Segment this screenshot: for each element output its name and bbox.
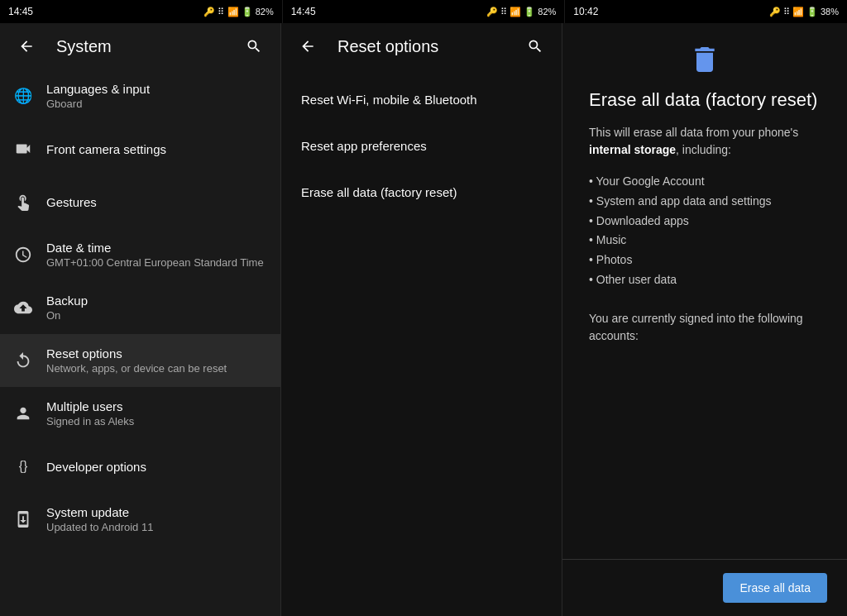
languages-label: Languages & input [46, 82, 267, 96]
settings-item-reset[interactable]: Reset options Network, apps, or device c… [0, 334, 280, 387]
middle-back-button[interactable] [291, 30, 324, 63]
developer-icon: {} [13, 456, 33, 476]
reset-label: Reset options [46, 346, 267, 361]
erase-title: Erase all data (factory reset) [589, 89, 821, 111]
gestures-icon [13, 192, 33, 212]
erase-all-data-button[interactable]: Erase all data [723, 573, 827, 603]
camera-label: Front camera settings [46, 142, 267, 156]
icons-3: 🔑 ⠿ 📶 🔋 38% [769, 7, 839, 17]
erase-desc-part1: This will erase all data from your phone… [589, 126, 798, 139]
list-item-apps: • Downloaded apps [589, 212, 821, 232]
reset-app-prefs-item[interactable]: Reset app preferences [281, 122, 562, 169]
reset-options-list: Reset Wi-Fi, mobile & Bluetooth Reset ap… [281, 69, 562, 616]
settings-item-camera[interactable]: Front camera settings [0, 122, 280, 175]
settings-item-languages[interactable]: 🌐 Languages & input Gboard [0, 69, 280, 122]
accounts-text: You are currently signed into the follow… [589, 310, 821, 345]
bottom-bar: Erase all data [562, 559, 847, 616]
settings-item-developer[interactable]: {} Developer options [0, 440, 280, 493]
backup-icon [13, 298, 33, 318]
datetime-sublabel: GMT+01:00 Central European Standard Time [46, 256, 267, 269]
datetime-icon [13, 245, 33, 265]
developer-label: Developer options [46, 460, 267, 474]
middle-search-button[interactable] [519, 30, 552, 63]
users-label: Multiple users [46, 399, 267, 413]
middle-panel-title: Reset options [337, 37, 505, 56]
reset-wifi-item[interactable]: Reset Wi-Fi, mobile & Bluetooth [281, 76, 562, 122]
settings-item-gestures[interactable]: Gestures [0, 175, 280, 228]
erase-description: This will erase all data from your phone… [589, 124, 821, 159]
backup-sublabel: On [46, 309, 267, 322]
update-icon [13, 509, 33, 529]
list-item-photos: • Photos [589, 251, 821, 270]
list-item-system: • System and app data and settings [589, 192, 821, 212]
status-bars: 14:45 🔑 ⠿ 📶 🔋 82% 14:45 🔑 ⠿ 📶 🔋 82% 10:4… [0, 0, 847, 23]
status-bar-1: 14:45 🔑 ⠿ 📶 🔋 82% [0, 0, 283, 23]
list-item-music: • Music [589, 231, 821, 251]
settings-item-backup[interactable]: Backup On [0, 281, 280, 334]
search-button[interactable] [237, 30, 270, 63]
main-panels: System 🌐 Languages & input Gboard [0, 23, 847, 616]
update-label: System update [46, 505, 267, 519]
erase-list: • Your Google Account • System and app d… [589, 172, 821, 290]
left-panel-title: System [56, 37, 224, 56]
erase-desc-bold: internal storage [589, 143, 676, 156]
trash-icon [688, 43, 721, 76]
gestures-label: Gestures [46, 195, 267, 209]
users-sublabel: Signed in as Aleks [46, 415, 267, 427]
time-2: 14:45 [291, 6, 316, 17]
settings-item-users[interactable]: Multiple users Signed in as Aleks [0, 387, 280, 440]
erase-desc-part2: , including: [676, 143, 731, 156]
left-panel-header: System [0, 23, 280, 69]
time-1: 14:45 [8, 6, 33, 17]
icons-1: 🔑 ⠿ 📶 🔋 82% [203, 7, 273, 17]
list-item-google: • Your Google Account [589, 172, 821, 192]
datetime-label: Date & time [46, 241, 267, 255]
settings-list: 🌐 Languages & input Gboard Front camera … [0, 69, 280, 616]
languages-sublabel: Gboard [46, 98, 267, 110]
icons-2: 🔑 ⠿ 📶 🔋 82% [486, 7, 556, 17]
right-panel: Erase all data (factory reset) This will… [562, 23, 847, 616]
users-icon [13, 404, 33, 423]
settings-item-datetime[interactable]: Date & time GMT+01:00 Central European S… [0, 228, 280, 281]
status-bar-2: 14:45 🔑 ⠿ 📶 🔋 82% [283, 0, 566, 23]
camera-icon [13, 139, 33, 159]
reset-icon [13, 351, 33, 370]
backup-label: Backup [46, 294, 267, 308]
list-item-user-data: • Other user data [589, 270, 821, 290]
reset-sublabel: Network, apps, or device can be reset [46, 362, 267, 375]
left-panel: System 🌐 Languages & input Gboard [0, 23, 281, 616]
language-icon: 🌐 [13, 86, 33, 106]
status-bar-3: 10:42 🔑 ⠿ 📶 🔋 38% [565, 0, 847, 23]
update-sublabel: Updated to Android 11 [46, 521, 267, 533]
middle-panel: Reset options Reset Wi-Fi, mobile & Blue… [281, 23, 562, 616]
erase-all-data-item[interactable]: Erase all data (factory reset) [281, 169, 562, 215]
middle-panel-header: Reset options [281, 23, 562, 69]
back-button[interactable] [10, 30, 43, 63]
settings-item-update[interactable]: System update Updated to Android 11 [0, 493, 280, 546]
time-3: 10:42 [573, 6, 598, 17]
